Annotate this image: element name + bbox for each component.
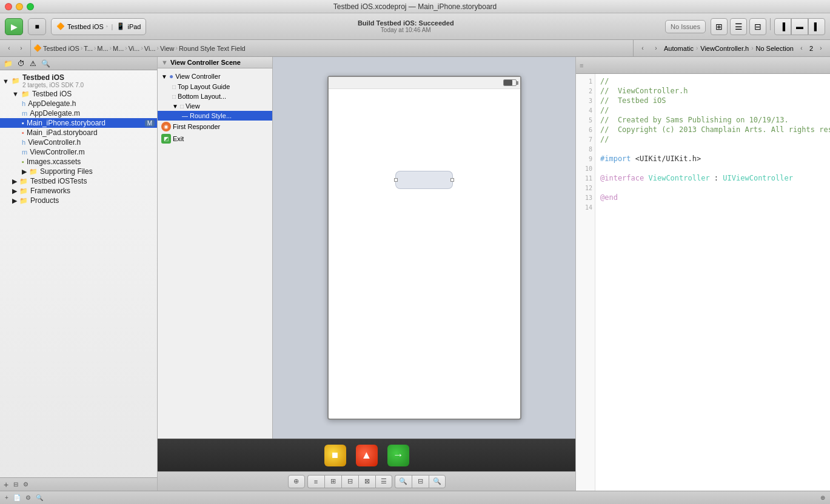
line-nav-forward[interactable]: ›: [815, 43, 826, 54]
right-panel-toggle[interactable]: ▌: [808, 18, 825, 35]
breadcrumb-text-1: Testbed iOS: [43, 45, 79, 52]
zoom-out-button[interactable]: 🔍: [395, 475, 412, 488]
folder-icon-iostests: 📁: [19, 177, 28, 185]
toolbar-icon-btn-1[interactable]: ⊞: [711, 18, 728, 35]
expand-iostests-icon: ▶: [12, 177, 17, 185]
object-icon-green[interactable]: →: [387, 445, 409, 466]
breadcrumb-m1[interactable]: M...: [97, 45, 108, 52]
line-num-3: 3: [576, 96, 595, 105]
middle-panel: ▼ View Controller Scene ▼ ● View Control…: [158, 57, 575, 491]
tree-root[interactable]: ▼ 📁 Testbed iOS 2 targets, iOS SDK 7.0: [0, 73, 157, 89]
add-object-button[interactable]: ⊕: [288, 475, 305, 488]
sidebar-item-frameworks[interactable]: ▶ 📁 Frameworks: [0, 186, 157, 196]
scene-item-round-style[interactable]: — Round Style...: [158, 111, 272, 121]
editor-nav-back[interactable]: ‹: [637, 43, 648, 54]
nav-forward-button[interactable]: ›: [16, 43, 27, 54]
filter-button[interactable]: ⊟: [13, 481, 18, 488]
breadcrumb-vi2[interactable]: Vi...: [144, 45, 156, 52]
sidebar-item-appdelegate-h[interactable]: h AppDelegate.h: [0, 99, 157, 108]
scene-item-top-layout[interactable]: □ Top Layout Guide: [158, 82, 272, 91]
right-panel-icon: ▌: [814, 22, 820, 31]
layout-btn-3[interactable]: ⊟: [341, 475, 358, 488]
handle-right[interactable]: [450, 178, 454, 182]
storyboard-canvas[interactable]: [273, 57, 575, 439]
sidebar-item-main-iphone-storyboard[interactable]: ▪ Main_iPhone.storyboard M: [0, 118, 157, 128]
sidebar-item-supporting[interactable]: ▶ 📁 Supporting Files: [0, 167, 157, 176]
code-comment-4: //: [600, 106, 609, 114]
layout-btn-1[interactable]: ≡: [307, 475, 324, 488]
status-gear-icon[interactable]: ⚙: [25, 494, 31, 501]
bottom-layout-icon: □: [172, 93, 176, 100]
sidebar-item-appdelegate-m[interactable]: m AppDelegate.m: [0, 108, 157, 118]
run-button[interactable]: ▶: [5, 18, 23, 35]
left-panel-toggle[interactable]: ▐: [774, 18, 791, 35]
toolbar-status-center: Build Testbed iOS: Succeeded Today at 10…: [151, 19, 660, 33]
sidebar-item-viewcontroller-m[interactable]: m ViewController.m: [0, 147, 157, 157]
object-icon-yellow[interactable]: ■: [324, 445, 346, 466]
scene-item-bottom-layout[interactable]: □ Bottom Layout...: [158, 91, 272, 101]
iphone-simulator-frame[interactable]: [327, 76, 521, 420]
status-add-icon[interactable]: +: [5, 494, 8, 501]
code-import-path: <UIKit/UIKit.h>: [635, 154, 701, 163]
nav-back-button[interactable]: ‹: [4, 43, 15, 54]
red-icon-symbol: ▲: [361, 449, 372, 462]
sidebar-item-main-ipad-storyboard[interactable]: ▪ Main_iPad.storyboard: [0, 128, 157, 138]
sidebar-item-images[interactable]: ▪ Images.xcassets: [0, 157, 157, 167]
scheme-selector[interactable]: 🔶 Testbed iOS › | 📱 iPad: [51, 18, 146, 35]
editor-header-label: ≡: [580, 62, 583, 69]
maximize-button[interactable]: [27, 3, 34, 10]
layout-btn-4[interactable]: ⊠: [358, 475, 375, 488]
sidebar-item-products[interactable]: ▶ 📁 Products: [0, 196, 157, 205]
scene-item-exit[interactable]: ◩ Exit: [158, 133, 272, 145]
zoom-fit-button[interactable]: ⊟: [412, 475, 429, 488]
breadcrumb-m2[interactable]: M...: [113, 45, 124, 52]
scene-item-view[interactable]: ▼ □ View: [158, 101, 272, 111]
line-num-12: 12: [576, 183, 595, 193]
layout-icon-1: ≡: [314, 478, 318, 485]
breadcrumb-view[interactable]: View: [160, 45, 175, 52]
breadcrumb-sep-file: ›: [751, 45, 753, 51]
round-style-text-field[interactable]: [395, 171, 453, 189]
sidebar-label-frameworks: Frameworks: [30, 187, 70, 195]
zoom-in-button[interactable]: 🔍: [429, 475, 446, 488]
iphone-status-bar: [329, 77, 520, 89]
layout-btn-2[interactable]: ⊞: [324, 475, 341, 488]
breadcrumb-round-style[interactable]: Round Style Text Field: [179, 45, 246, 52]
line-numbers: 1 2 3 4 5 6 7 8 9 10 11 12 13 14: [576, 74, 595, 491]
exit-icon: ◩: [161, 134, 171, 144]
breadcrumb-t[interactable]: T...: [84, 45, 93, 52]
center-panel-toggle[interactable]: ▬: [791, 18, 808, 35]
layout-btn-5[interactable]: ☰: [375, 475, 392, 488]
minimize-button[interactable]: [16, 3, 23, 10]
handle-left[interactable]: [394, 178, 398, 182]
editor-nav-forward[interactable]: ›: [651, 43, 661, 54]
breadcrumb-sep-5: ›: [141, 45, 142, 51]
sidebar-item-testbed-iostests[interactable]: ▶ 📁 Testbed iOSTests: [0, 176, 157, 186]
top-layout-icon: □: [172, 84, 176, 90]
scene-item-first-responder[interactable]: ◉ First Responder: [158, 121, 272, 133]
line-chevron-left: ‹: [800, 45, 802, 51]
sidebar-item-viewcontroller-h[interactable]: h ViewController.h: [0, 138, 157, 147]
object-icon-red[interactable]: ▲: [356, 445, 378, 466]
line-num-13: 13: [576, 193, 595, 202]
expand-view-icon: ▼: [172, 103, 178, 110]
status-search-icon[interactable]: 🔍: [36, 494, 43, 501]
code-comment-2: // ViewController.h: [600, 87, 688, 95]
activity-button[interactable]: ⚙: [23, 481, 28, 488]
toolbar-icon-btn-3[interactable]: ⊟: [749, 18, 766, 35]
device-label: iPad: [127, 23, 141, 30]
line-nav-back[interactable]: ‹: [796, 43, 807, 54]
breadcrumb-vi1[interactable]: Vi...: [129, 45, 140, 52]
stop-button[interactable]: ■: [28, 18, 46, 35]
toolbar-icon-btn-2[interactable]: ☰: [730, 18, 747, 35]
expand-frameworks-icon: ▶: [12, 187, 17, 195]
add-file-button[interactable]: +: [4, 480, 8, 489]
code-area: 1 2 3 4 5 6 7 8 9 10 11 12 13 14 // // V…: [576, 74, 830, 491]
sidebar-item-testbed-ios[interactable]: ▼ 📁 Testbed iOS: [0, 89, 157, 99]
scene-item-viewcontroller[interactable]: ▼ ● View Controller: [158, 71, 272, 82]
code-comment-7: //: [600, 135, 609, 144]
close-button[interactable]: [5, 3, 12, 10]
code-content[interactable]: // // ViewController.h // Testbed iOS //…: [595, 74, 830, 491]
breadcrumb-testbed[interactable]: 🔶 Testbed iOS: [33, 44, 79, 52]
expand-products-icon: ▶: [12, 197, 17, 205]
